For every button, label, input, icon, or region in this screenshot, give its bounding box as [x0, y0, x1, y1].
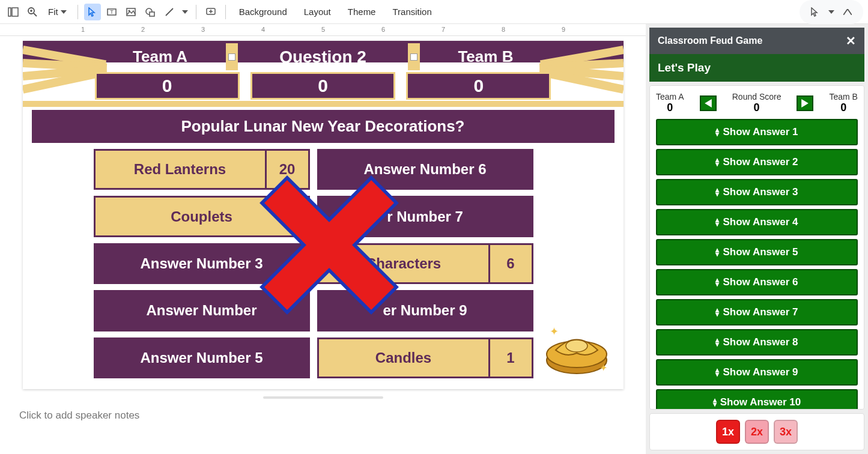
- expand-icon: ▴▾: [715, 338, 719, 347]
- team-b-label: Team B: [420, 43, 551, 70]
- assign-left-button[interactable]: [700, 95, 717, 111]
- panel-round-score: 0: [732, 101, 782, 114]
- show-answer-button[interactable]: ▴▾Show Answer 7: [656, 299, 858, 325]
- show-answer-button[interactable]: ▴▾Show Answer 4: [656, 209, 858, 235]
- strike-x-overlay: [245, 161, 413, 329]
- svg-point-18: [566, 340, 587, 352]
- question-text: Popular Lunar New Year Decorations?: [32, 110, 615, 143]
- gold-ingot-image: ✦ ✦: [541, 317, 613, 377]
- line-dropdown-icon[interactable]: [180, 4, 190, 20]
- show-answer-label: Show Answer 3: [723, 186, 798, 198]
- svg-text:T: T: [110, 9, 114, 15]
- answer-points: 6: [488, 245, 532, 282]
- toolbar: Fit T Background Layout Theme Transition: [0, 0, 868, 24]
- team-a-score: 0: [95, 72, 240, 100]
- show-answer-button[interactable]: ▴▾Show Answer 10: [656, 389, 858, 410]
- chevron-down-icon: [61, 10, 67, 14]
- show-answer-label: Show Answer 7: [723, 306, 798, 318]
- assign-right-button[interactable]: [797, 95, 813, 111]
- show-answer-button[interactable]: ▴▾Show Answer 1: [656, 119, 858, 145]
- shape-tool-icon[interactable]: [142, 4, 159, 20]
- svg-text:✦: ✦: [550, 325, 559, 337]
- ruler-tick: 6: [381, 26, 385, 33]
- panel-team-a-score: 0: [656, 101, 684, 114]
- pointer-mode-icon[interactable]: [807, 4, 824, 20]
- theme-button[interactable]: Theme: [341, 3, 383, 20]
- answer-text: Answer Number 5: [96, 339, 308, 377]
- ruler-tick: 7: [442, 26, 445, 33]
- question-number: Question 2: [238, 43, 408, 70]
- addon-sidebar: Classroom Feud Game ✕ Let's Play Team A …: [646, 24, 868, 454]
- show-answer-label: Show Answer 4: [723, 216, 798, 228]
- show-answer-button[interactable]: ▴▾Show Answer 3: [656, 179, 858, 205]
- background-button[interactable]: Background: [232, 3, 294, 20]
- ruler-tick: 4: [261, 26, 265, 33]
- show-answer-button[interactable]: ▴▾Show Answer 6: [656, 269, 858, 295]
- team-b-score: 0: [406, 72, 551, 100]
- separator: [196, 5, 196, 19]
- answer-box: Answer Number 5: [94, 337, 310, 378]
- expand-icon: ▴▾: [715, 158, 719, 166]
- zoom-select[interactable]: Fit: [43, 4, 71, 19]
- expand-icon: ▴▾: [715, 308, 719, 316]
- collapse-icon[interactable]: [839, 4, 856, 20]
- expand-icon: ▴▾: [715, 278, 719, 286]
- svg-text:✦: ✦: [599, 363, 607, 373]
- expand-icon: ▴▾: [715, 218, 719, 226]
- svg-line-3: [34, 13, 37, 16]
- svg-rect-11: [150, 12, 154, 16]
- answer-text: Candles: [319, 339, 488, 377]
- expand-icon: ▴▾: [715, 188, 719, 196]
- answer-points: 1: [488, 339, 532, 377]
- team-a-label: Team A: [95, 43, 226, 70]
- score-controls: Team A 0 Round Score 0 Team B 0: [656, 92, 858, 114]
- show-answer-label: Show Answer 10: [720, 396, 801, 408]
- canvas-area: 123456789: [0, 24, 646, 454]
- panel-title: Classroom Feud Game: [658, 35, 762, 46]
- ruler-tick: 9: [562, 26, 565, 33]
- show-answer-button[interactable]: ▴▾Show Answer 2: [656, 149, 858, 175]
- image-tool-icon[interactable]: [123, 4, 139, 20]
- round-score: 0: [250, 72, 395, 100]
- add-comment-icon[interactable]: [202, 4, 219, 20]
- answer-box: Candles1: [317, 337, 533, 378]
- ruler-tick: 1: [81, 26, 85, 33]
- svg-rect-1: [12, 8, 18, 16]
- show-answer-label: Show Answer 9: [723, 366, 798, 378]
- textbox-tool-icon[interactable]: T: [103, 4, 120, 20]
- panel-round-label: Round Score: [732, 92, 782, 101]
- show-answer-button[interactable]: ▴▾Show Answer 8: [656, 329, 858, 356]
- slide-viewport: Team A Question 2 Team B 0 0 0 Popular L…: [0, 36, 646, 454]
- svg-rect-0: [8, 8, 11, 16]
- select-tool-icon[interactable]: [84, 4, 101, 20]
- show-answer-label: Show Answer 2: [723, 156, 798, 168]
- strike-2x-button[interactable]: 2x: [745, 420, 769, 444]
- show-answer-button[interactable]: ▴▾Show Answer 5: [656, 239, 858, 265]
- panel-header: Classroom Feud Game ✕: [649, 28, 864, 54]
- slide[interactable]: Team A Question 2 Team B 0 0 0 Popular L…: [23, 41, 624, 389]
- show-answer-label: Show Answer 5: [723, 246, 798, 258]
- show-answer-button[interactable]: ▴▾Show Answer 9: [656, 359, 858, 386]
- show-answer-label: Show Answer 6: [723, 276, 798, 288]
- filmstrip-toggle-icon[interactable]: [5, 4, 22, 20]
- separator: [225, 5, 226, 19]
- transition-button[interactable]: Transition: [385, 3, 439, 20]
- panel-team-b-score: 0: [829, 101, 857, 114]
- strike-1x-button[interactable]: 1x: [716, 420, 740, 444]
- separator: [77, 5, 78, 19]
- speaker-notes[interactable]: Click to add speaker notes: [7, 399, 639, 432]
- ruler-tick: 8: [502, 26, 505, 33]
- ruler-tick: 2: [141, 26, 145, 33]
- ruler-tick: 3: [201, 26, 205, 33]
- ruler-tick: 5: [321, 26, 325, 33]
- expand-icon: ▴▾: [715, 368, 719, 377]
- chevron-down-icon[interactable]: [828, 10, 834, 14]
- close-icon[interactable]: ✕: [846, 34, 856, 48]
- layout-button[interactable]: Layout: [297, 3, 338, 20]
- strike-3x-button[interactable]: 3x: [774, 420, 798, 444]
- zoom-icon[interactable]: [24, 4, 41, 20]
- line-tool-icon[interactable]: [161, 4, 178, 20]
- answer-text: Red Lanterns: [96, 151, 265, 188]
- strike-buttons: 1x 2x 3x: [649, 413, 864, 450]
- show-answer-label: Show Answer 8: [723, 336, 798, 348]
